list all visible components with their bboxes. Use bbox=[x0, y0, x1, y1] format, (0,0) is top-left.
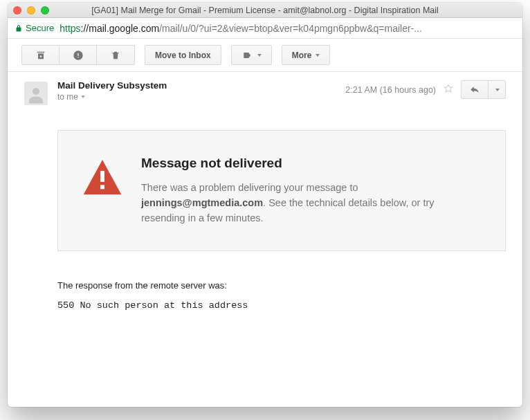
message-meta: 2:21 AM (16 hours ago) bbox=[345, 80, 506, 99]
star-button[interactable] bbox=[443, 83, 454, 97]
svg-rect-0 bbox=[100, 171, 104, 182]
url-text: https://mail.google.com/mail/u/0/?ui=2&v… bbox=[60, 23, 515, 34]
address-bar[interactable]: Secure https://mail.google.com/mail/u/0/… bbox=[8, 18, 522, 39]
minimize-window-button[interactable] bbox=[27, 6, 35, 15]
message-content: Mail Delivery Subsystem to me 2:21 AM (1… bbox=[8, 72, 522, 407]
chevron-down-icon bbox=[495, 89, 500, 91]
error-heading: Message not delivered bbox=[141, 156, 480, 171]
close-window-button[interactable] bbox=[13, 6, 21, 15]
error-description: There was a problem delivering your mess… bbox=[141, 181, 480, 226]
chevron-down-icon bbox=[316, 54, 320, 57]
trash-icon bbox=[111, 50, 120, 61]
chevron-down-icon bbox=[81, 95, 85, 98]
server-response: The response from the remote server was:… bbox=[57, 280, 506, 311]
person-icon bbox=[26, 84, 46, 105]
move-to-inbox-label: Move to Inbox bbox=[155, 51, 211, 60]
secure-badge: Secure bbox=[15, 23, 54, 33]
window-titlebar: [GA01] Mail Merge for Gmail - Premium Li… bbox=[8, 3, 522, 18]
more-label: More bbox=[292, 51, 312, 60]
spam-button[interactable] bbox=[60, 46, 97, 64]
traffic-lights bbox=[13, 6, 49, 15]
error-line1: There was a problem delivering your mess… bbox=[141, 182, 358, 193]
reply-button[interactable] bbox=[462, 81, 488, 98]
error-address: jennings@mgtmedia.com bbox=[141, 197, 263, 208]
reply-more-button[interactable] bbox=[488, 81, 505, 98]
response-intro: The response from the remote server was: bbox=[57, 280, 506, 291]
avatar bbox=[24, 82, 48, 105]
svg-rect-1 bbox=[100, 185, 104, 189]
action-button-group bbox=[21, 45, 135, 65]
from-container: Mail Delivery Subsystem to me bbox=[57, 80, 336, 102]
zoom-window-button[interactable] bbox=[41, 6, 49, 15]
url-path: /mail/u/0/?ui=2&view=btop&ver=k04pmgn6pp… bbox=[159, 23, 422, 34]
more-button[interactable]: More bbox=[282, 45, 331, 65]
archive-button[interactable] bbox=[22, 46, 60, 64]
message-header: Mail Delivery Subsystem to me 2:21 AM (1… bbox=[24, 80, 506, 105]
error-body: Message not delivered There was a proble… bbox=[141, 156, 480, 226]
archive-icon bbox=[35, 50, 46, 61]
response-code: 550 No such person at this address bbox=[57, 300, 506, 311]
error-panel: Message not delivered There was a proble… bbox=[57, 130, 506, 251]
labels-button[interactable] bbox=[231, 45, 272, 65]
message-time: 2:21 AM (16 hours ago) bbox=[345, 85, 436, 95]
mail-toolbar: Move to Inbox More bbox=[8, 39, 522, 72]
spam-icon bbox=[73, 50, 84, 61]
url-host: ://mail.google.com bbox=[81, 23, 160, 34]
delete-button[interactable] bbox=[97, 46, 134, 64]
secure-label: Secure bbox=[26, 23, 54, 33]
window-title: [GA01] Mail Merge for Gmail - Premium Li… bbox=[13, 6, 517, 15]
reply-button-group bbox=[461, 80, 506, 99]
lock-icon bbox=[15, 24, 23, 33]
to-text: to me bbox=[57, 92, 78, 102]
label-icon bbox=[241, 51, 253, 60]
reply-icon bbox=[468, 85, 481, 95]
browser-window: [GA01] Mail Merge for Gmail - Premium Li… bbox=[8, 3, 522, 407]
chevron-down-icon bbox=[257, 54, 262, 57]
url-scheme: https bbox=[60, 23, 80, 34]
sender-name: Mail Delivery Subsystem bbox=[57, 80, 336, 91]
recipient-line[interactable]: to me bbox=[57, 92, 336, 102]
warning-icon bbox=[83, 160, 122, 194]
move-to-inbox-button[interactable]: Move to Inbox bbox=[145, 45, 221, 65]
star-icon bbox=[443, 83, 454, 94]
